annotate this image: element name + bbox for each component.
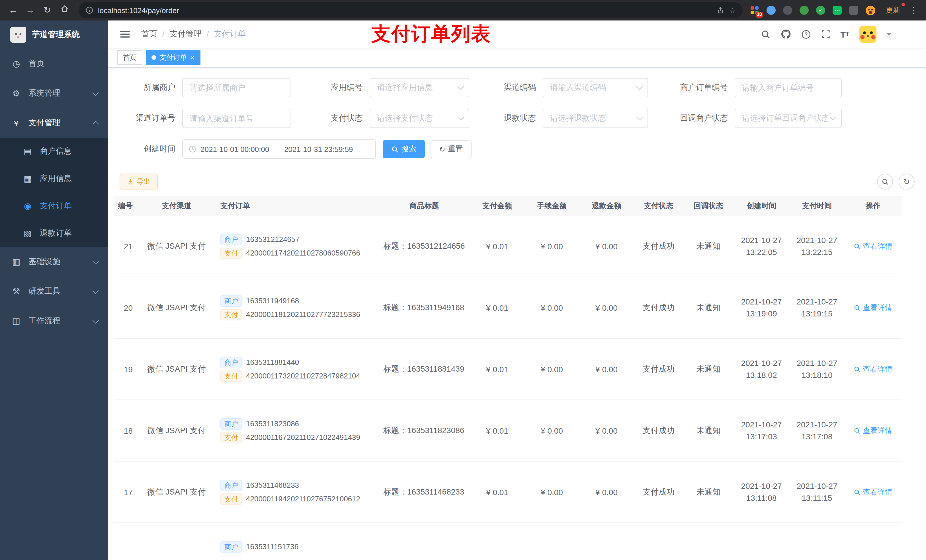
font-size-icon[interactable]: TT <box>840 30 849 38</box>
fullscreen-icon[interactable] <box>821 30 830 39</box>
app-label: 应用编号 <box>304 83 369 93</box>
reset-button[interactable]: ↻ 重置 <box>431 140 472 158</box>
search-icon[interactable] <box>761 29 770 39</box>
fee-amount: ¥ 0.00 <box>525 365 579 374</box>
workflow-icon: ◫ <box>11 316 21 326</box>
sidebar-item-workflow[interactable]: ◫ 工作流程 <box>0 306 108 336</box>
pay-time: 2021-10-27 13:11:15 <box>789 480 844 504</box>
monitor-icon: ▥ <box>11 257 21 267</box>
pay-tag: 支付 <box>220 432 242 443</box>
table-row: 17 微信 JSAPI 支付 商户 1635311468233 支付 42000… <box>114 462 902 523</box>
extension-emoji-icon[interactable] <box>865 5 875 15</box>
sidebar-item-home[interactable]: ◷ 首页 <box>0 49 108 78</box>
sidebar-item-system[interactable]: ⚙ 系统管理 <box>0 78 108 108</box>
pay-status: 支付成功 <box>634 487 683 497</box>
merchant-order-no: 1635311881440 <box>246 358 299 367</box>
pay-status-select[interactable]: 请选择支付状态 <box>369 109 469 128</box>
tab-pay-order[interactable]: 支付订单 × <box>146 50 200 65</box>
merchant-label: 所属商户 <box>123 83 182 93</box>
merchant-order-label: 商户订单编号 <box>662 83 735 93</box>
pay-order-icon: ◉ <box>23 201 32 211</box>
user-avatar[interactable] <box>859 26 876 43</box>
sidebar-toggle-icon[interactable] <box>117 27 133 41</box>
pay-channel: 微信 JSAPI 支付 <box>139 426 213 436</box>
sidebar-item-infra[interactable]: ▥ 基础设施 <box>0 247 108 276</box>
notify-status: 未通知 <box>683 302 734 313</box>
browser-update-button[interactable]: 更新 <box>881 3 905 17</box>
breadcrumb-payment[interactable]: 支付管理 <box>170 29 201 39</box>
callback-status-select[interactable]: 请选择订单回调商户状态 <box>735 109 842 128</box>
pay-channel: 微信 JSAPI 支付 <box>139 302 213 313</box>
merchant-order-input[interactable] <box>735 78 842 97</box>
chevron-down-icon <box>830 114 837 121</box>
github-icon[interactable] <box>781 29 791 39</box>
chevron-down-icon <box>458 83 464 90</box>
sidebar-item-pay-order[interactable]: ◉ 支付订单 <box>0 192 108 220</box>
view-detail-link[interactable]: 查看详情 <box>854 364 893 374</box>
pay-channel: 微信 JSAPI 支付 <box>139 241 213 251</box>
refresh-table-button[interactable]: ↻ <box>899 174 915 190</box>
extension-chat-icon[interactable]: ⋯ <box>832 5 842 15</box>
filter-row-1: 所属商户 应用编号 请选择应用信息 渠道编码 请输入渠道编码 商户订单编号 <box>108 78 926 97</box>
page-root: ← → ↻ localhost:1024/pay/order ☆ 10 ✓ <box>0 0 926 560</box>
pay-status: 支付成功 <box>634 364 683 374</box>
pay-order-cell: 商户 1635311881440 支付 42000011732021102728… <box>213 354 379 384</box>
extension-grid-icon[interactable]: 10 <box>749 5 760 15</box>
chevron-down-icon <box>636 114 643 121</box>
search-button[interactable]: 搜索 <box>383 140 425 158</box>
extension-check-icon[interactable]: ✓ <box>816 5 826 15</box>
browser-menu-icon[interactable]: ⋮ <box>907 5 920 15</box>
top-navbar: 首页 / 支付管理 / 支付订单 支付订单列表 ? <box>108 21 926 48</box>
merchant-order-no: 1635311949168 <box>246 296 299 305</box>
sidebar-item-payment[interactable]: ¥ 支付管理 <box>0 108 108 138</box>
share-icon[interactable] <box>717 6 725 14</box>
channel-code-select[interactable]: 请输入渠道编码 <box>543 78 648 97</box>
view-detail-link[interactable]: 查看详情 <box>854 241 893 251</box>
refund-status-select[interactable]: 请选择退款状态 <box>543 109 648 128</box>
merchant-input[interactable] <box>182 78 291 97</box>
merchant-tag: 商户 <box>220 234 242 245</box>
app-select[interactable]: 请选择应用信息 <box>369 78 469 97</box>
hide-search-button[interactable] <box>877 174 893 190</box>
browser-home-icon[interactable] <box>57 3 72 18</box>
extension-green-icon[interactable] <box>799 5 809 15</box>
browser-back-icon[interactable]: ← <box>6 3 21 18</box>
export-button[interactable]: 导出 <box>120 174 158 190</box>
sidebar-item-dev-tools[interactable]: ⚒ 研发工具 <box>0 276 108 306</box>
browser-forward-icon[interactable]: → <box>23 3 38 18</box>
extension-dark-icon[interactable] <box>782 5 793 15</box>
view-detail-link[interactable]: 查看详情 <box>854 302 893 313</box>
notify-status: 未通知 <box>683 426 734 436</box>
search-icon <box>391 145 399 153</box>
site-info-icon[interactable] <box>85 6 94 14</box>
avatar-caret-icon[interactable] <box>887 33 891 36</box>
view-detail-link[interactable]: 查看详情 <box>854 487 893 497</box>
notify-status: 未通知 <box>683 487 734 497</box>
bookmark-star-icon[interactable]: ☆ <box>729 6 736 15</box>
help-icon[interactable]: ? <box>801 29 811 39</box>
table-row: 19 微信 JSAPI 支付 商户 1635311881440 支付 42000… <box>114 339 902 400</box>
tab-close-icon[interactable]: × <box>190 54 195 61</box>
sidebar-item-merchant-info[interactable]: ▤ 商户信息 <box>0 138 108 165</box>
create-time-range-input[interactable]: 2021-10-01 00:00:00 - 2021-10-31 23:59:5… <box>182 139 376 159</box>
app-grid-icon: ▦ <box>23 174 32 184</box>
fee-amount: ¥ 0.00 <box>525 242 579 251</box>
sidebar-item-refund-order[interactable]: ▧ 退款订单 <box>0 220 108 247</box>
create-time: 2021-10-27 13:19:09 <box>734 296 789 320</box>
pay-time: 2021-10-27 13:22:15 <box>789 234 844 258</box>
channel-pay-no: 4200001181202110277723215336 <box>246 310 360 319</box>
refresh-icon: ↻ <box>439 145 445 153</box>
view-detail-link[interactable]: 查看详情 <box>854 426 893 436</box>
address-bar[interactable]: localhost:1024/pay/order ☆ <box>79 2 743 18</box>
tab-home[interactable]: 首页 <box>117 50 142 65</box>
extension-drop-icon[interactable] <box>766 5 776 15</box>
notify-status: 未通知 <box>683 241 734 251</box>
sidebar-logo[interactable]: 芋道管理系统 <box>0 21 108 49</box>
sidebar-item-app-info[interactable]: ▦ 应用信息 <box>0 165 108 192</box>
create-time: 2021-10-27 13:18:02 <box>734 357 789 381</box>
browser-reload-icon[interactable]: ↻ <box>40 3 54 18</box>
svg-text:?: ? <box>804 31 808 37</box>
breadcrumb-home[interactable]: 首页 <box>141 29 157 39</box>
extension-pin-icon[interactable] <box>849 5 859 15</box>
channel-order-input[interactable] <box>182 109 291 128</box>
